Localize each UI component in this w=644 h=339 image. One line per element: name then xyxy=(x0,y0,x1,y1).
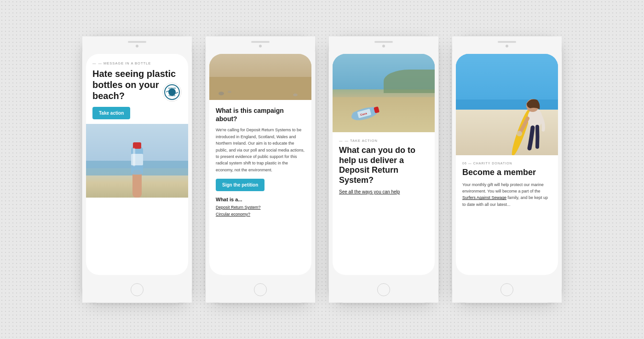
phone-3-beach-image: Coca xyxy=(333,54,435,132)
phone-speaker xyxy=(251,41,270,43)
phone-4-screen: 06 — CHARITY DONATION Become a member Yo… xyxy=(456,54,558,275)
phone-4-text-area: 06 — CHARITY DONATION Become a member Yo… xyxy=(456,155,558,214)
phone-2: What is this campaign about? We're calli… xyxy=(205,36,316,303)
phone-3-eyebrow: — — TAKE ACTION xyxy=(339,139,428,143)
phone-1-eyebrow: — — MESSAGE IN A BOTTLE xyxy=(92,61,182,65)
phone-2-bottom xyxy=(206,279,315,303)
svg-rect-8 xyxy=(131,154,143,165)
svg-text:SEWAGE: SEWAGE xyxy=(168,95,176,97)
phone-1-content: — — MESSAGE IN A BOTTLE Hate seeing plas… xyxy=(86,54,188,275)
phone-camera xyxy=(136,45,138,47)
phone-4-top xyxy=(452,36,562,50)
surfers-logo: SURFERS SEWAGE xyxy=(162,82,182,102)
phone-3-content: Coca — — TAKE ACTION What can you do to … xyxy=(333,54,435,275)
take-action-button[interactable]: Take action xyxy=(92,107,130,119)
what-is-section: What is a... Deposit Return System? Circ… xyxy=(216,197,305,216)
phone-1: — — MESSAGE IN A BOTTLE Hate seeing plas… xyxy=(82,36,192,303)
phone-camera xyxy=(259,45,262,47)
svg-rect-9 xyxy=(133,148,135,166)
sign-petition-button[interactable]: Sign the petition xyxy=(216,179,264,191)
phone-3-heading: What can you do to help us deliver a Dep… xyxy=(339,146,428,185)
phone-camera xyxy=(506,45,508,47)
phone-3-top xyxy=(329,36,438,50)
surfers-against-sewage-link[interactable]: Surfers Against Sewage xyxy=(462,195,506,200)
phone-2-screen: What is this campaign about? We're calli… xyxy=(209,54,311,275)
phone-2-text-area: What is this campaign about? We're calli… xyxy=(209,100,311,225)
deposit-return-link[interactable]: Deposit Return System? xyxy=(216,205,305,210)
phone-4: 06 — CHARITY DONATION Become a member Yo… xyxy=(452,36,562,303)
phone-1-top xyxy=(82,36,192,50)
phone-2-content: What is this campaign about? We're calli… xyxy=(209,54,311,275)
phone-2-beach-image xyxy=(209,54,311,100)
phone-4-content: 06 — CHARITY DONATION Become a member Yo… xyxy=(456,54,558,275)
svg-rect-7 xyxy=(133,142,141,149)
phone-speaker xyxy=(374,41,393,43)
phone-home-button[interactable] xyxy=(500,283,513,296)
phone-3: Coca — — TAKE ACTION What can you do to … xyxy=(328,36,439,303)
svg-point-18 xyxy=(517,131,522,136)
circular-economy-link[interactable]: Circular economy? xyxy=(216,212,305,216)
svg-text:SURFERS: SURFERS xyxy=(168,88,176,89)
phone-speaker xyxy=(498,41,516,43)
phone-1-screen: — — MESSAGE IN A BOTTLE Hate seeing plas… xyxy=(86,54,188,275)
see-all-link[interactable]: See all the ways you can help xyxy=(339,189,400,194)
phone-1-bottom xyxy=(82,279,192,303)
phone-2-top xyxy=(206,36,315,50)
phone-4-heading: Become a member xyxy=(462,168,552,178)
phone-camera xyxy=(382,45,385,47)
phone-3-screen: Coca — — TAKE ACTION What can you do to … xyxy=(333,54,435,275)
phone-1-beach-image xyxy=(86,124,188,198)
phone-speaker xyxy=(128,41,146,43)
phones-container: — — MESSAGE IN A BOTTLE Hate seeing plas… xyxy=(54,18,590,321)
phone-4-eyebrow: 06 — CHARITY DONATION xyxy=(462,162,552,165)
phone-home-button[interactable] xyxy=(377,283,390,296)
phone-2-heading: What is this campaign about? xyxy=(216,106,305,123)
phone-home-button[interactable] xyxy=(254,283,267,296)
phone-2-body: We're calling for Deposit Return Systems… xyxy=(216,127,305,173)
phone-home-button[interactable] xyxy=(131,283,144,296)
what-is-title: What is a... xyxy=(216,197,305,202)
phone-4-bottom xyxy=(452,279,562,303)
phone-4-beach-image xyxy=(456,54,558,155)
phone-3-bottom xyxy=(329,279,438,303)
phone-4-body: Your monthly gift will help protect our … xyxy=(462,181,552,208)
phone-3-text-area: — — TAKE ACTION What can you do to help … xyxy=(333,132,435,201)
